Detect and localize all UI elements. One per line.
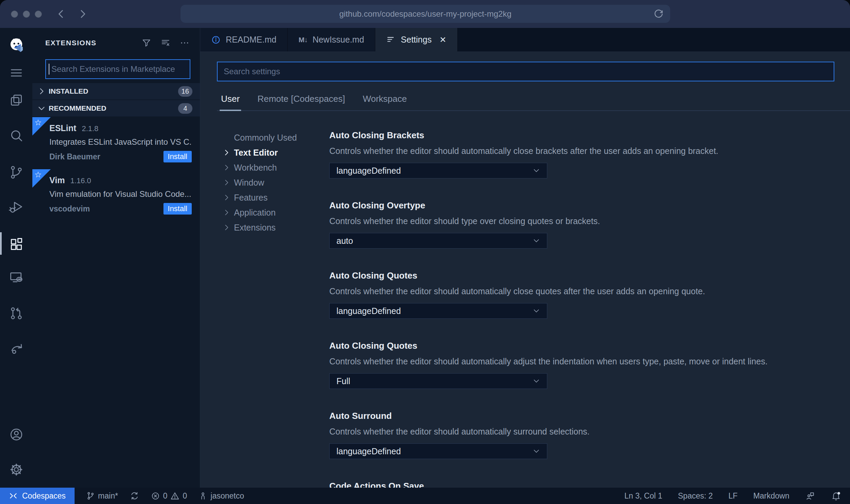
- toc-label: Extensions: [234, 223, 276, 233]
- account-icon[interactable]: [8, 426, 25, 443]
- refresh-icon[interactable]: [653, 9, 664, 19]
- codespaces-status-button[interactable]: Codespaces: [0, 488, 75, 504]
- maximize-window-button[interactable]: [35, 11, 42, 18]
- toc-commonly-used[interactable]: Commonly Used: [222, 130, 329, 145]
- setting-dropdown[interactable]: Full: [329, 373, 547, 389]
- language-mode[interactable]: Markdown: [753, 491, 789, 501]
- notifications-bell-icon[interactable]: [831, 491, 841, 501]
- toc-features[interactable]: Features: [222, 190, 329, 205]
- url-bar[interactable]: github.com/codespaces/user-my-project-mg…: [180, 5, 670, 23]
- clear-list-icon[interactable]: [160, 38, 171, 48]
- toc-label: Commonly Used: [234, 133, 297, 143]
- forward-button[interactable]: [76, 7, 90, 21]
- settings-gear-icon[interactable]: [8, 461, 25, 478]
- close-tab-icon[interactable]: ✕: [439, 35, 446, 45]
- indentation[interactable]: Spaces: 2: [678, 491, 713, 501]
- settings-page: User Remote [Codespaces] Workspace Commo…: [200, 51, 850, 488]
- toc-window[interactable]: Window: [222, 175, 329, 190]
- chevron-right-icon: [222, 178, 231, 187]
- setting-auto-closing-overtype: Auto Closing Overtype Controls whether t…: [329, 200, 850, 249]
- branch-name: main*: [98, 491, 118, 501]
- chevron-down-icon: [532, 236, 541, 245]
- setting-title: Auto Closing Overtype: [329, 200, 850, 210]
- tab-newissue[interactable]: M↓ NewIssue.md: [288, 28, 375, 51]
- branch-icon: [86, 491, 95, 500]
- install-button[interactable]: Install: [163, 203, 192, 215]
- section-label: RECOMMENDED: [49, 104, 106, 112]
- remote-indicator-icon: [9, 491, 18, 500]
- problems-status[interactable]: 0 0: [151, 491, 187, 501]
- setting-description: Controls whether the editor should autom…: [329, 286, 850, 296]
- sync-icon: [130, 491, 139, 501]
- user-name: jasonetco: [210, 491, 244, 501]
- chevron-down-icon: [532, 306, 541, 315]
- setting-title: Auto Surround: [329, 411, 850, 421]
- sidebar-title: EXTENSIONS: [45, 39, 96, 47]
- toc-label: Window: [234, 178, 264, 188]
- setting-title: Auto Closing Brackets: [329, 130, 850, 140]
- toc-label: Workbench: [234, 163, 277, 173]
- setting-auto-closing-quotes: Auto Closing Quotes Controls whether the…: [329, 270, 850, 319]
- remote-explorer-icon[interactable]: [8, 269, 25, 286]
- pull-request-icon[interactable]: [8, 305, 25, 321]
- sync-status[interactable]: [130, 491, 139, 501]
- scope-tab-user[interactable]: User: [221, 94, 240, 110]
- source-control-icon[interactable]: [8, 164, 25, 180]
- more-actions-icon[interactable]: [179, 38, 190, 48]
- settings-search-box: [217, 62, 834, 81]
- extension-version: 2.1.8: [82, 124, 98, 133]
- tab-label: NewIssue.md: [313, 35, 364, 45]
- extension-list-item[interactable]: ☆ Vim 1.16.0 Vim emulation for Visual St…: [32, 169, 200, 221]
- sidebar-header: EXTENSIONS: [32, 28, 200, 58]
- toc-label: Features: [234, 193, 268, 203]
- back-button[interactable]: [54, 7, 68, 21]
- tab-settings[interactable]: Settings ✕: [375, 28, 457, 51]
- errors-icon: [151, 491, 160, 501]
- setting-dropdown[interactable]: auto: [329, 233, 547, 249]
- install-button[interactable]: Install: [163, 151, 192, 162]
- branch-status[interactable]: main*: [86, 491, 118, 501]
- minimize-window-button[interactable]: [23, 11, 30, 18]
- toc-extensions[interactable]: Extensions: [222, 220, 329, 235]
- user-status[interactable]: jasonetco: [199, 491, 244, 501]
- search-icon[interactable]: [8, 127, 25, 144]
- recommended-ribbon-icon: ☆: [32, 169, 51, 188]
- section-installed[interactable]: INSTALLED 16: [32, 83, 200, 99]
- warnings-icon: [170, 491, 179, 501]
- filter-icon[interactable]: [141, 38, 152, 48]
- menu-icon[interactable]: [8, 65, 25, 81]
- chevron-right-icon: [222, 193, 231, 202]
- toc-workbench[interactable]: Workbench: [222, 160, 329, 175]
- scope-tab-workspace[interactable]: Workspace: [363, 94, 407, 110]
- section-recommended[interactable]: RECOMMENDED 4: [32, 100, 200, 116]
- tune-icon: [386, 35, 396, 45]
- setting-dropdown[interactable]: languageDefined: [329, 303, 547, 319]
- extension-list-item[interactable]: ☆ ESLint 2.1.8 Integrates ESLint JavaScr…: [32, 117, 200, 169]
- chevron-right-icon: [222, 208, 231, 217]
- toc-label: Text Editor: [234, 148, 278, 158]
- toc-text-editor[interactable]: Text Editor: [222, 145, 329, 160]
- extensions-search-box: [45, 59, 190, 79]
- extension-author: Dirk Baeumer: [49, 152, 100, 161]
- extensions-search-input[interactable]: [49, 64, 190, 74]
- live-share-icon[interactable]: [8, 340, 25, 357]
- setting-auto-closing-brackets: Auto Closing Brackets Controls whether t…: [329, 130, 850, 178]
- settings-search-input[interactable]: [222, 67, 834, 76]
- chevron-right-icon: [222, 163, 231, 172]
- extensions-icon[interactable]: [8, 236, 25, 252]
- run-debug-icon[interactable]: [8, 199, 25, 215]
- setting-description: Controls whether the editor should autom…: [329, 426, 850, 437]
- cursor-position[interactable]: Ln 3, Col 1: [625, 491, 662, 501]
- close-window-button[interactable]: [11, 11, 18, 18]
- setting-dropdown[interactable]: languageDefined: [329, 163, 547, 178]
- setting-dropdown[interactable]: languageDefined: [329, 443, 547, 459]
- eol-type[interactable]: LF: [728, 491, 738, 501]
- scope-tab-remote[interactable]: Remote [Codespaces]: [257, 94, 345, 110]
- dropdown-value: languageDefined: [336, 306, 401, 316]
- chevron-right-icon: [222, 223, 231, 232]
- feedback-icon[interactable]: [805, 491, 815, 501]
- toc-application[interactable]: Application: [222, 205, 329, 220]
- tab-readme[interactable]: README.md: [200, 28, 288, 51]
- dropdown-value: Full: [336, 376, 350, 386]
- explorer-icon[interactable]: [8, 92, 25, 108]
